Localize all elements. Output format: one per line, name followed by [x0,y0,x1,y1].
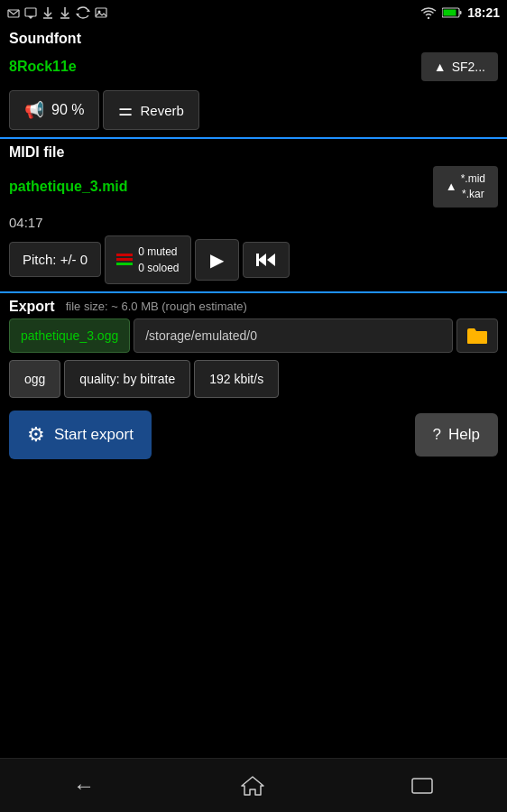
svg-rect-13 [444,10,456,16]
muted-count: 0 muted [138,244,179,260]
rewind-icon [256,252,276,268]
back-icon: ← [73,773,95,798]
format-row: ogg quality: by bitrate 192 kbit/s [0,358,507,407]
playback-row: Pitch: +/- 0 0 muted 0 soloed ▶ [0,232,507,291]
volume-button[interactable]: 📢 90 % [9,90,99,130]
tracks-info: 0 muted 0 soloed [138,244,179,276]
soundfont-title: Soundfont [0,25,507,51]
reverb-button[interactable]: ⚌ Reverb [103,90,198,130]
track-line-green [116,263,133,265]
help-label: Help [448,426,480,444]
action-row: ⚙ Start export ? Help [0,407,507,466]
gear-icon: ⚙ [27,423,45,447]
track-line-red [116,254,133,256]
format-ogg-button[interactable]: ogg [9,360,60,398]
svg-marker-18 [242,777,263,795]
soloed-count: 0 soloed [138,260,179,276]
rewind-button[interactable] [243,242,290,278]
sf2-button-label: SF2... [452,60,485,74]
midi-ext-label: *.mid *.kar [461,171,485,202]
export-header: Export file size: ~ 6.0 MB (rough estima… [0,293,507,318]
status-bar: 18:21 [0,0,507,25]
svg-marker-16 [267,254,275,266]
folder-icon [466,327,488,345]
photo-icon [95,6,107,19]
soundfont-section: Soundfont 8Rock11e ▲ SF2... 📢 90 % ⚌ Rev… [0,25,507,137]
download-icon [41,6,54,19]
bitrate-button[interactable]: 192 kbit/s [194,360,279,398]
svg-marker-2 [28,16,33,19]
status-icons [7,6,107,19]
recents-button[interactable] [383,767,461,805]
back-button[interactable]: ← [46,764,122,807]
quality-button[interactable]: quality: by bitrate [64,360,190,398]
reverb-label: Reverb [140,103,183,118]
midi-section: MIDI file pathetique_3.mid ▲ *.mid *.kar… [0,139,507,291]
midi-open-button[interactable]: ▲ *.mid *.kar [433,166,498,208]
volume-value: 90 % [51,102,84,118]
export-filename-button[interactable]: pathetique_3.ogg [9,318,130,353]
bottom-nav: ← [0,758,507,812]
svg-marker-15 [258,254,266,266]
midi-title: MIDI file [0,139,507,164]
svg-rect-19 [412,779,432,793]
tracks-button[interactable]: 0 muted 0 soloed [105,235,190,284]
svg-rect-1 [25,8,36,16]
soundfont-row: 8Rock11e ▲ SF2... [0,51,507,88]
track-line-red2 [116,258,133,261]
play-button[interactable]: ▶ [195,239,239,281]
status-right: 18:21 [420,5,500,20]
svg-rect-14 [460,11,462,14]
midi-eject-icon: ▲ [446,179,457,195]
help-icon: ? [433,426,441,444]
start-export-label: Start export [54,426,134,444]
recents-icon [410,776,434,796]
midi-filename: pathetique_3.mid [9,179,128,195]
home-button[interactable] [214,765,291,807]
download-alt-icon [59,6,71,19]
reverb-icon: ⚌ [118,100,133,120]
svg-rect-17 [256,254,259,266]
filesize-text: file size: ~ 6.0 MB (rough estimate) [66,300,247,313]
speaker-icon: 📢 [24,100,44,120]
export-path-display[interactable]: /storage/emulated/0 [134,318,453,353]
sync-icon [76,6,90,19]
notification-icon [7,6,20,19]
pitch-button[interactable]: Pitch: +/- 0 [9,242,101,277]
sms-icon [24,6,37,19]
midi-row: pathetique_3.mid ▲ *.mid *.kar [0,164,507,213]
battery-icon [442,7,462,18]
playback-time: 04:17 [0,213,507,232]
controls-row: 📢 90 % ⚌ Reverb [0,88,507,137]
wifi-icon [420,6,437,19]
svg-rect-9 [96,8,106,17]
sf2-eject-icon: ▲ [434,60,447,74]
tracks-icon [116,254,133,265]
svg-point-11 [428,17,429,19]
start-export-button[interactable]: ⚙ Start export [9,411,152,459]
home-icon [241,774,264,798]
export-path-row: pathetique_3.ogg /storage/emulated/0 [0,318,507,358]
soundfont-name: 8Rock11e [9,59,77,75]
time-display: 18:21 [467,5,500,20]
help-button[interactable]: ? Help [415,413,498,457]
export-title: Export [9,299,55,315]
folder-button[interactable] [456,318,498,353]
sf2-button[interactable]: ▲ SF2... [421,52,498,81]
export-section: Export file size: ~ 6.0 MB (rough estima… [0,293,507,466]
